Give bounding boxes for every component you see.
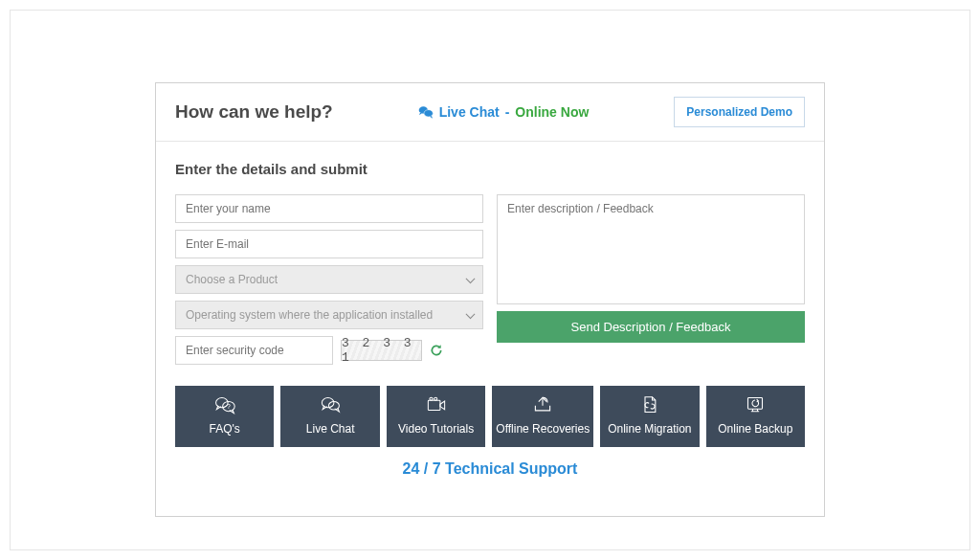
svg-rect-10 [748,398,763,410]
product-select[interactable]: Choose a Product [175,265,483,294]
tile-offline-recoveries[interactable]: Offline Recoveries [492,386,593,447]
os-select-wrap: Operating system where the application i… [175,301,483,329]
captcha-row: 3 2 3 3 1 [175,336,483,365]
refresh-icon[interactable] [430,344,443,357]
description-textarea[interactable] [497,194,805,304]
share-icon [532,395,553,414]
faq-icon: ? [214,395,235,414]
document-sync-icon [639,395,660,414]
svg-point-9 [434,397,436,400]
form-subtitle: Enter the details and submit [175,161,805,177]
chat-bubble-icon [320,395,341,414]
svg-point-1 [424,110,433,117]
tile-video-tutorials[interactable]: Video Tutorials [387,386,485,447]
tile-online-backup[interactable]: Online Backup [706,386,805,447]
tile-label: Online Migration [608,422,691,436]
card-body: Enter the details and submit Choose a Pr… [156,142,824,516]
os-select[interactable]: Operating system where the application i… [175,301,483,329]
live-chat-sep: - [505,104,510,120]
tile-label: Online Backup [718,422,792,436]
send-feedback-button[interactable]: Send Description / Feedback [497,311,805,343]
email-input[interactable] [175,230,483,258]
live-chat-status-text: Online Now [515,104,589,120]
svg-text:?: ? [227,403,231,410]
page-title: How can we help? [175,101,333,123]
svg-rect-7 [428,400,440,410]
support-card: How can we help? Live Chat - Online Now … [155,82,825,517]
tile-live-chat[interactable]: Live Chat [280,386,379,447]
product-select-wrap: Choose a Product [175,265,483,294]
chat-icon [418,105,434,119]
form-right-column: Send Description / Feedback [497,194,805,365]
tile-label: Offline Recoveries [496,422,590,436]
tile-label: Video Tutorials [398,422,474,436]
support-tiles: ? FAQ's Live Chat [175,386,805,447]
name-input[interactable] [175,194,483,223]
tile-label: FAQ's [210,422,240,436]
live-chat-link: Live Chat [439,104,500,120]
captcha-image: 3 2 3 3 1 [341,340,422,361]
security-code-input[interactable] [175,336,333,365]
tile-label: Live Chat [306,422,355,436]
video-icon [426,395,447,414]
form-left-column: Choose a Product Operating system where … [175,194,483,365]
tile-online-migration[interactable]: Online Migration [600,386,699,447]
footer-text: 24 / 7 Technical Support [175,447,805,497]
personalized-demo-button[interactable]: Personalized Demo [674,97,805,127]
form-row: Choose a Product Operating system where … [175,194,805,365]
tile-faqs[interactable]: ? FAQ's [175,386,274,447]
backup-icon [745,395,766,414]
card-header: How can we help? Live Chat - Online Now … [156,83,824,142]
outer-frame: How can we help? Live Chat - Online Now … [10,10,970,550]
live-chat-status[interactable]: Live Chat - Online Now [418,104,590,120]
svg-point-8 [430,397,433,400]
